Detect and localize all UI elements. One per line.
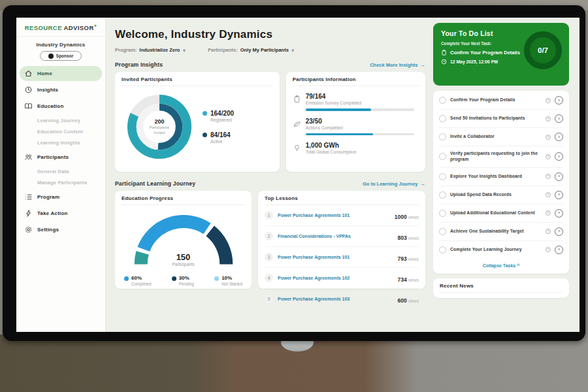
legend-label: Registered	[210, 118, 234, 122]
task-row[interactable]: Achieve One Sustainability Target ? ›	[439, 222, 563, 240]
legend-label: Not Started	[221, 282, 242, 286]
chevron-right-button[interactable]: ›	[555, 172, 563, 181]
monitor-bezel: RESOURCE ADVISOR+ Industry Dynamics Spon…	[3, 5, 585, 341]
filter-value: Industrialize Zero	[139, 47, 180, 53]
info-icon[interactable]: ?	[546, 210, 551, 216]
task-checkbox[interactable]	[439, 228, 446, 235]
task-row[interactable]: Complete Your Learning Journey ? ›	[439, 240, 563, 259]
metric-value: 23/50	[306, 118, 419, 125]
sidebar-item-learning-journey[interactable]: Learning Journey	[16, 115, 105, 126]
task-row[interactable]: Upload Additional Educational Content ? …	[439, 204, 563, 222]
legend-completed: 60% Completed	[124, 275, 151, 286]
task-checkbox[interactable]	[439, 246, 446, 253]
sidebar-item-label: Home	[37, 71, 52, 76]
insights-icon	[24, 86, 33, 94]
participants-icon	[24, 153, 33, 161]
task-checkbox[interactable]	[439, 153, 446, 160]
lesson-link[interactable]: Power Purchase Agreements 101	[278, 213, 390, 218]
legend-label: Pending	[179, 282, 194, 286]
chevron-right-button[interactable]: ›	[555, 96, 563, 105]
learning-journey-header: Participant Learning Journey Go to Learn…	[115, 180, 425, 187]
info-icon[interactable]: ?	[546, 116, 551, 122]
sidebar-item-take-action[interactable]: Take Action	[20, 206, 102, 221]
chevron-right-button[interactable]: ›	[555, 191, 563, 199]
task-label: Invite a Collaborator	[450, 134, 542, 140]
task-checkbox[interactable]	[439, 115, 446, 122]
link-label: Go to Learning Journey	[363, 181, 418, 187]
info-icon[interactable]: ?	[546, 229, 551, 234]
task-row[interactable]: Send 50 Invitations to Participants ? ›	[439, 109, 563, 127]
chevron-right-button[interactable]: ›	[555, 114, 563, 123]
chevron-right-button[interactable]: ›	[555, 227, 563, 236]
task-row[interactable]: Confirm Your Program Details ? ›	[439, 91, 563, 109]
metric-label: Actions Completed	[306, 125, 419, 130]
todo-next-task: Confirm Your Program Details	[450, 50, 520, 56]
info-icon[interactable]: ?	[546, 192, 551, 197]
sidebar-item-home[interactable]: Home	[20, 66, 102, 81]
task-row[interactable]: Verify participants requesting to join t…	[439, 146, 563, 167]
consumption-row: 1,000 GWh Total Global Consumption	[293, 142, 419, 154]
task-row[interactable]: Upload Spend Data Records ? ›	[439, 186, 563, 204]
info-icon[interactable]: ?	[546, 174, 551, 179]
task-checkbox[interactable]	[439, 97, 446, 104]
sidebar-item-participants[interactable]: Participants	[20, 150, 102, 165]
views-suffix: views	[408, 215, 419, 220]
chevron-right-button[interactable]: ›	[555, 152, 563, 161]
rank-badge: 4	[265, 274, 273, 282]
card-title: Education Progress	[122, 195, 245, 205]
collapse-tasks-link[interactable]: Collapse Tasks ^	[439, 259, 563, 273]
recent-news-card: Recent News	[433, 278, 569, 298]
info-icon[interactable]: ?	[546, 247, 551, 252]
lesson-link[interactable]: Power Purchase Agreements 102	[278, 276, 393, 280]
donut-center-value: 200	[154, 118, 164, 125]
sidebar-item-manage-participants[interactable]: Manage Participants	[16, 177, 105, 188]
card-title: Participants Information	[293, 76, 419, 86]
logo-advisor: ADVISOR	[64, 24, 94, 31]
chevron-right-button[interactable]: ›	[555, 133, 563, 141]
rank-badge: 5	[265, 295, 273, 303]
info-icon[interactable]: ?	[546, 135, 551, 140]
arrow-right-icon: →	[421, 181, 426, 187]
sidebar-item-label: Take Action	[37, 210, 68, 216]
task-checkbox[interactable]	[439, 210, 446, 217]
lesson-link[interactable]: Financial Considerations - VPPAs	[278, 234, 393, 238]
legend-dot	[124, 276, 129, 281]
check-more-insights-link[interactable]: Check More Insights →	[370, 62, 425, 68]
task-checkbox[interactable]	[439, 173, 446, 180]
sidebar-item-education[interactable]: Education	[20, 99, 102, 114]
sidebar-item-program[interactable]: Program	[20, 189, 102, 204]
sidebar-item-education-content[interactable]: Education Content	[16, 126, 105, 137]
legend-pending: 30% Pending	[172, 275, 194, 286]
actions-leaf-icon	[293, 119, 301, 127]
legend-pct: 10%	[221, 275, 242, 281]
chevron-right-button[interactable]: ›	[555, 246, 563, 254]
task-checkbox[interactable]	[439, 191, 446, 199]
task-checkbox[interactable]	[439, 133, 446, 140]
sidebar: RESOURCE ADVISOR+ Industry Dynamics Spon…	[16, 18, 106, 332]
legend-not-started: 10% Not Started	[214, 275, 242, 286]
legend-dot	[214, 276, 219, 281]
info-icon[interactable]: ?	[546, 154, 551, 159]
task-row[interactable]: Explore Your Insights Dashboard ? ›	[439, 167, 563, 186]
gauge-center-value: 150	[132, 252, 235, 262]
task-row[interactable]: Invite a Collaborator ? ›	[439, 127, 563, 146]
collapse-label: Collapse Tasks	[483, 263, 515, 268]
legend-dot	[203, 133, 207, 137]
lesson-row: 5 Power Purchase Agreements 103 600views	[265, 289, 419, 309]
info-icon[interactable]: ?	[546, 98, 551, 103]
lesson-link[interactable]: Power Purchase Agreements 103	[278, 297, 393, 301]
participants-filter-dropdown[interactable]: Participants: Only My Participants ∨	[208, 47, 294, 53]
sidebar-item-learning-insights[interactable]: Learning Insights	[16, 137, 105, 148]
lesson-link[interactable]: Power Purchase Agreements 101	[278, 255, 393, 259]
invited-participants-donut-chart: 200 Participants Invited	[122, 89, 197, 165]
filter-bar: Program: Industrialize Zero ∨ Participan…	[115, 47, 425, 53]
metric-value: 1,000 GWh	[306, 142, 419, 149]
sidebar-item-insights[interactable]: Insights	[20, 82, 102, 97]
chevron-right-button[interactable]: ›	[555, 209, 563, 218]
lesson-row: 4 Power Purchase Agreements 102 734views	[265, 268, 419, 289]
program-filter-dropdown[interactable]: Program: Industrialize Zero ∨	[115, 47, 186, 53]
sidebar-item-general-data[interactable]: General Data	[16, 166, 105, 177]
legend-value: 164/200	[210, 110, 234, 117]
sidebar-item-settings[interactable]: Settings	[20, 222, 102, 237]
go-to-learning-journey-link[interactable]: Go to Learning Journey →	[363, 181, 425, 187]
